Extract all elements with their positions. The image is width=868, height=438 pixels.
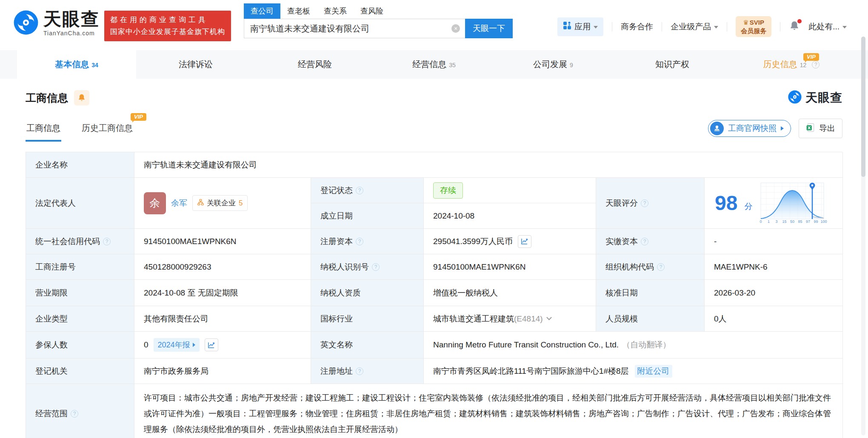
nav-tab-business-info[interactable]: 经营信息 35 bbox=[374, 50, 494, 79]
approval-date-value: 2026-03-20 bbox=[705, 280, 843, 306]
section-title: 工商信息 bbox=[26, 91, 68, 105]
svip-member-button[interactable]: ♛SVIP 会员服务 bbox=[736, 16, 771, 37]
search-tab-boss[interactable]: 查老板 bbox=[280, 3, 317, 19]
related-companies-badge[interactable]: 关联企业 5 bbox=[192, 195, 248, 211]
search-tab-company[interactable]: 查公司 bbox=[244, 3, 280, 19]
help-icon[interactable]: ? bbox=[641, 199, 648, 207]
capital-trend-icon[interactable] bbox=[518, 235, 531, 248]
help-icon[interactable]: ? bbox=[71, 410, 78, 418]
english-name-cell: Nanning Metro Future Transit Constructio… bbox=[424, 332, 843, 358]
header-menu: 应用 商务合作 企业级产品 ♛SVIP 会员服务 此处有... bbox=[557, 16, 847, 37]
nav-tab-count: 9 bbox=[570, 62, 573, 68]
company-nav-tabbar: 基本信息 34 法律诉讼 经营风险 经营信息 35 公司发展 9 知识产权 VI… bbox=[0, 50, 868, 79]
reg-address-label: 注册地址? bbox=[311, 358, 424, 384]
official-snapshot-button[interactable]: 工商官网快照 bbox=[708, 120, 791, 137]
reg-number-label: 工商注册号 bbox=[26, 254, 134, 280]
help-icon[interactable]: ? bbox=[812, 61, 819, 68]
credit-code-value: 91450100MAE1WPNK6N bbox=[134, 229, 311, 254]
search-button[interactable]: 天眼一下 bbox=[465, 19, 513, 38]
legal-rep-label: 法定代表人 bbox=[26, 178, 134, 229]
search-input[interactable] bbox=[244, 19, 465, 38]
reg-capital-label: 注册资本? bbox=[311, 229, 424, 254]
export-button[interactable]: 导出 bbox=[799, 119, 842, 138]
nav-tab-label: 基本信息 bbox=[55, 59, 89, 70]
svg-text:97: 97 bbox=[806, 219, 810, 224]
help-icon[interactable]: ? bbox=[372, 263, 380, 271]
search-tab-relation[interactable]: 查关系 bbox=[317, 3, 354, 19]
business-scope-value: 许可项目：城市公共交通；房地产开发经营；建设工程施工；建设工程设计；住宅室内装饰… bbox=[134, 384, 843, 438]
help-icon[interactable]: ? bbox=[657, 263, 665, 271]
stamp-icon bbox=[710, 122, 724, 135]
insured-trend-icon[interactable] bbox=[205, 338, 218, 351]
subtab-history-business-info[interactable]: VIP 历史工商信息 bbox=[81, 122, 134, 142]
org-code-label: 组织机构代码? bbox=[596, 254, 705, 280]
promo-line1: 都在用的商业查询工具 bbox=[110, 14, 225, 26]
reg-address-cell: 南宁市青秀区凤岭北路111号南宁国际旅游中心1#楼8层 附近公司 bbox=[424, 358, 843, 384]
business-info-table: 企业名称 南宁轨道未来交通建设有限公司 法定代表人 余 余军 关联企业 5 bbox=[26, 152, 842, 438]
nav-tab-intellectual-property[interactable]: 知识产权 bbox=[613, 50, 732, 79]
reg-address-value: 南宁市青秀区凤岭北路111号南宁国际旅游中心1#楼8层 bbox=[433, 366, 629, 377]
nav-tab-label: 历史信息 bbox=[763, 59, 797, 70]
main-content: 工商信息 天眼查 工商信息 bbox=[0, 79, 868, 438]
legal-rep-cell: 余 余军 关联企业 5 bbox=[134, 178, 311, 229]
business-cooperation-menu[interactable]: 商务合作 bbox=[621, 21, 653, 32]
nav-tab-operational-risk[interactable]: 经营风险 bbox=[255, 50, 374, 79]
chevron-down-icon bbox=[546, 315, 552, 320]
taxpayer-quality-label: 纳税人资质 bbox=[311, 280, 424, 306]
notification-bell-icon[interactable] bbox=[789, 20, 800, 33]
account-name: 此处有... bbox=[808, 21, 839, 32]
score-value: 98 bbox=[715, 193, 737, 213]
industry-value: 城市轨道交通工程建筑 bbox=[433, 313, 514, 324]
tianyancha-logo[interactable]: 天眼查 TianYanCha.com bbox=[13, 9, 100, 37]
scrollbar-thumb[interactable] bbox=[861, 37, 865, 177]
score-cell: 98 分 bbox=[705, 178, 843, 229]
establish-date-label: 成立日期 bbox=[311, 203, 424, 229]
enterprise-products-label: 企业级产品 bbox=[671, 21, 711, 32]
svg-text:0: 0 bbox=[760, 219, 762, 224]
clear-search-icon[interactable]: × bbox=[451, 24, 460, 33]
nav-tab-company-development[interactable]: 公司发展 9 bbox=[494, 50, 613, 79]
promo-banner: 都在用的商业查询工具 国家中小企业发展子基金旗下机构 bbox=[104, 11, 231, 41]
menu-divider bbox=[612, 22, 612, 31]
approval-date-label: 核准日期 bbox=[596, 280, 705, 306]
score-unit: 分 bbox=[744, 201, 752, 212]
enterprise-products-menu[interactable]: 企业级产品 bbox=[671, 21, 718, 32]
help-icon[interactable]: ? bbox=[356, 367, 363, 375]
org-structure-icon bbox=[197, 199, 204, 208]
legal-rep-link[interactable]: 余军 bbox=[171, 198, 187, 209]
insured-count-value: 0 bbox=[144, 340, 148, 350]
auto-translate-note: （自动翻译） bbox=[622, 339, 671, 350]
business-scope-label: 经营范围? bbox=[26, 384, 134, 438]
arrow-right-icon bbox=[781, 126, 784, 131]
search-tabs: 查公司 查老板 查关系 查风险 bbox=[244, 3, 513, 19]
official-snapshot-label: 工商官网快照 bbox=[728, 123, 777, 134]
nav-tab-legal-proceedings[interactable]: 法律诉讼 bbox=[136, 50, 255, 79]
help-icon[interactable]: ? bbox=[103, 238, 111, 245]
scrollbar-track[interactable] bbox=[861, 37, 865, 435]
subtab-business-info[interactable]: 工商信息 bbox=[26, 122, 61, 142]
svg-text:1: 1 bbox=[768, 219, 770, 224]
nav-tab-history-info[interactable]: VIP 历史信息 12 ? bbox=[732, 50, 851, 79]
status-badge: 存续 bbox=[433, 182, 463, 199]
annual-report-pill[interactable]: 2024年报 bbox=[154, 338, 200, 352]
subscribe-bell-icon[interactable] bbox=[74, 90, 89, 105]
nav-tab-basic-info[interactable]: 基本信息 34 bbox=[17, 50, 136, 79]
taxpayer-id-label: 纳税人识别号? bbox=[311, 254, 424, 280]
menu-divider bbox=[780, 22, 780, 31]
help-icon[interactable]: ? bbox=[641, 238, 648, 245]
nearby-companies-link[interactable]: 附近公司 bbox=[635, 365, 672, 378]
notification-dot bbox=[797, 19, 802, 23]
score-distribution-chart: 0 1 3 15 50 85 97 99 100 bbox=[758, 180, 827, 226]
company-type-label: 企业类型 bbox=[26, 306, 134, 332]
industry-cell[interactable]: 城市轨道交通工程建筑 (E4814) bbox=[424, 306, 596, 332]
account-menu[interactable]: 此处有... bbox=[808, 21, 847, 32]
search-tab-risk[interactable]: 查风险 bbox=[354, 3, 390, 19]
english-name-value: Nanning Metro Future Transit Constructio… bbox=[433, 340, 619, 350]
legal-rep-avatar[interactable]: 余 bbox=[144, 192, 166, 214]
insured-count-cell: 0 2024年报 bbox=[134, 332, 311, 358]
help-icon[interactable]: ? bbox=[356, 238, 363, 245]
logo-swirl-icon bbox=[13, 9, 39, 37]
chevron-down-icon bbox=[842, 26, 847, 28]
apps-menu[interactable]: 应用 bbox=[557, 17, 603, 36]
help-icon[interactable]: ? bbox=[356, 187, 363, 194]
